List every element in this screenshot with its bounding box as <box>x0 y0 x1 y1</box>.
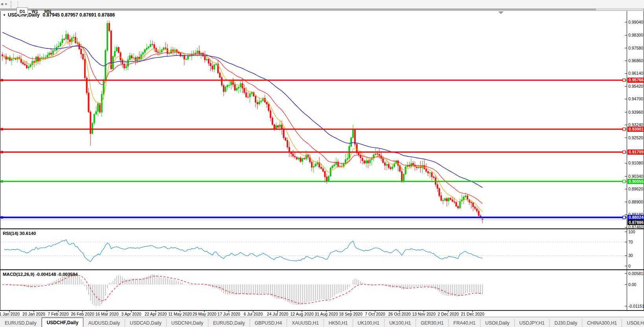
macd-value: -0.004148 <box>36 272 56 277</box>
svg-text:0.89620: 0.89620 <box>628 187 643 191</box>
macd-indicator-label: MACD(12,26,9) -0.004148 -0.003594 <box>3 272 78 277</box>
svg-text:20 Jan 2020: 20 Jan 2020 <box>22 312 45 316</box>
chart-tab-bar: EURUSD,DailyUSDCHF,DailyAUDUSD,DailyUSDC… <box>0 317 644 327</box>
chart-tab-USDJPY-H1[interactable]: USDJPY,H1 <box>515 319 550 327</box>
svg-text:0.88024: 0.88024 <box>629 215 644 220</box>
svg-text:0.90055: 0.90055 <box>629 179 644 184</box>
macd-signal-value: -0.003594 <box>57 272 78 277</box>
chart-tab-EURUSD-Daily[interactable]: EURUSD,Daily <box>0 319 42 327</box>
chart-tab-GER30-H1[interactable]: GER30,H1 <box>416 319 449 327</box>
svg-text:0.96140: 0.96140 <box>628 71 643 76</box>
svg-text:0.94700: 0.94700 <box>628 96 643 101</box>
price-label-0.95766: 0.95766 <box>627 78 644 83</box>
chart-tab-USDCNH-Daily[interactable]: USDCNH,Daily <box>167 319 208 327</box>
timeframe-button-M5[interactable]: M5 <box>29 0 40 1</box>
chart-tab-USDCHF-Daily[interactable]: USDCHF,Daily <box>42 318 84 327</box>
chart-tab-HK50-H1[interactable]: HK50,H1 <box>324 319 353 327</box>
svg-text:12 Aug 2020: 12 Aug 2020 <box>291 312 314 316</box>
price-label-0.90055: 0.90055 <box>627 179 644 184</box>
svg-text:0.93001: 0.93001 <box>629 127 644 131</box>
svg-text:0.91080: 0.91080 <box>628 161 643 165</box>
chart-tab-CHINA300-H1[interactable]: CHINA300,H1 <box>582 319 622 327</box>
chevron-down-icon[interactable]: ▾ <box>5 2 7 6</box>
svg-text:7 Oct 2020: 7 Oct 2020 <box>365 312 385 316</box>
chart-horizontal-scrollbar[interactable] <box>0 8 644 11</box>
rsi-pane[interactable] <box>0 229 626 269</box>
svg-text:1 Jan 2020: 1 Jan 2020 <box>0 312 20 316</box>
svg-text:0.91709: 0.91709 <box>629 150 644 154</box>
svg-text:26 Oct 2020: 26 Oct 2020 <box>388 312 410 316</box>
chart-tab-XAUUSD-H1[interactable]: XAUUSD,H1 <box>287 319 324 327</box>
price-label-0.88024: 0.88024 <box>627 215 644 220</box>
chart-tab-USOil-H1[interactable]: USOil,H1 <box>622 319 644 327</box>
timeframe-button-M30[interactable]: M30 <box>56 0 70 1</box>
svg-text:-0.011514: -0.011514 <box>628 304 644 309</box>
svg-text:0.00: 0.00 <box>628 282 637 287</box>
svg-text:0.93960: 0.93960 <box>628 110 643 115</box>
svg-text:24 Jul 2020: 24 Jul 2020 <box>267 312 288 316</box>
svg-text:0.87886: 0.87886 <box>629 220 644 225</box>
crosshair-tool-icon: ⌖ <box>1 1 4 7</box>
crosshair-tool-button[interactable]: ⌖ ▾ <box>0 0 9 8</box>
svg-text:21 Dec 2020: 21 Dec 2020 <box>461 312 484 316</box>
chart-tab-UK100-H1[interactable]: UK100,H1 <box>385 319 416 327</box>
svg-text:2 Dec 2020: 2 Dec 2020 <box>438 312 459 316</box>
timeframe-button-M15[interactable]: M15 <box>41 0 55 1</box>
svg-text:0.96860: 0.96860 <box>628 58 643 63</box>
chart-tab-DJ30-Daily[interactable]: DJ30,Daily <box>550 319 582 327</box>
svg-text:0.97580: 0.97580 <box>628 46 643 50</box>
svg-text:22 Apr 2020: 22 Apr 2020 <box>145 312 167 316</box>
timeframe-buttons: M1M5M15M30H1H4D1W1MN <box>16 0 94 15</box>
toolbar-grip <box>11 1 15 7</box>
chart-tab-EURUSD-Daily[interactable]: EURUSD,Daily <box>208 319 250 327</box>
timeframe-button-D1[interactable]: D1 <box>17 7 28 15</box>
svg-text:11 May 2020: 11 May 2020 <box>168 312 192 316</box>
svg-text:0.90340: 0.90340 <box>628 174 643 179</box>
price-label-0.91709: 0.91709 <box>627 150 644 155</box>
svg-text:16 Mar 2020: 16 Mar 2020 <box>96 312 119 316</box>
svg-text:0.92520: 0.92520 <box>628 135 643 140</box>
timeframe-button-M1[interactable]: M1 <box>17 0 28 1</box>
rsi-name: RSI(14) <box>3 231 18 236</box>
chart-tab-FRA40-H1[interactable]: FRA40,H1 <box>449 319 480 327</box>
price-label-0.93001: 0.93001 <box>627 127 644 132</box>
timeframe-button-H4[interactable]: H4 <box>83 0 94 1</box>
chart-tab-AUDUSD-Daily[interactable]: AUDUSD,Daily <box>83 319 125 327</box>
macd-name: MACD(12,26,9) <box>3 272 35 277</box>
svg-text:17 Jun 2020: 17 Jun 2020 <box>217 312 240 316</box>
svg-text:3 Apr 2020: 3 Apr 2020 <box>121 312 142 316</box>
svg-text:0.98300: 0.98300 <box>628 33 643 37</box>
chart-tab-GBPUSD-H4[interactable]: GBPUSD,H4 <box>250 319 287 327</box>
svg-text:0.005818: 0.005818 <box>628 271 644 276</box>
chart-menu-icon[interactable]: ▼ <box>3 13 6 17</box>
svg-text:100: 100 <box>628 229 635 234</box>
rsi-value: 30.6140 <box>20 231 36 236</box>
svg-text:0.95420: 0.95420 <box>628 84 643 89</box>
svg-text:7 Feb 2020: 7 Feb 2020 <box>48 312 68 316</box>
chart-canvas[interactable]: 0.990400.983000.975800.968600.961400.954… <box>0 0 644 327</box>
toolbar-separator <box>18 1 18 7</box>
svg-text:0.88900: 0.88900 <box>628 200 643 204</box>
svg-text:18 Sep 2020: 18 Sep 2020 <box>339 312 362 316</box>
scrollbar-thumb[interactable] <box>596 9 643 10</box>
chart-tab-USOil-Daily[interactable]: USOil,Daily <box>480 319 514 327</box>
timeframe-button-H1[interactable]: H1 <box>71 0 82 1</box>
svg-text:0.95766: 0.95766 <box>629 78 644 82</box>
price-label-0.87886: 0.87886 <box>627 220 644 225</box>
svg-text:31 Aug 2020: 31 Aug 2020 <box>315 312 338 316</box>
svg-text:30: 30 <box>628 253 633 258</box>
svg-text:0: 0 <box>628 264 631 268</box>
toolbar: ⌖ ▾ M1M5M15M30H1H4D1W1MN <box>0 0 644 9</box>
timeframe-button-W1[interactable]: W1 <box>29 7 41 15</box>
svg-text:29 May 2020: 29 May 2020 <box>193 312 217 316</box>
timeframe-button-MN[interactable]: MN <box>42 7 54 15</box>
svg-text:26 Feb 2020: 26 Feb 2020 <box>71 312 94 316</box>
chart-tab-USDCAD-Daily[interactable]: USDCAD,Daily <box>125 319 167 327</box>
svg-text:70: 70 <box>628 240 633 244</box>
svg-text:13 Nov 2020: 13 Nov 2020 <box>412 312 436 316</box>
rsi-indicator-label: RSI(14) 30.6140 <box>3 231 36 236</box>
svg-text:6 Jul 2020: 6 Jul 2020 <box>244 312 263 316</box>
application-window: ⌖ ▾ M1M5M15M30H1H4D1W1MN ▼USDCHF,Daily0.… <box>0 0 644 327</box>
svg-text:0.99040: 0.99040 <box>628 20 643 24</box>
chart-tab-UK100-H1[interactable]: UK100,H1 <box>353 319 385 327</box>
